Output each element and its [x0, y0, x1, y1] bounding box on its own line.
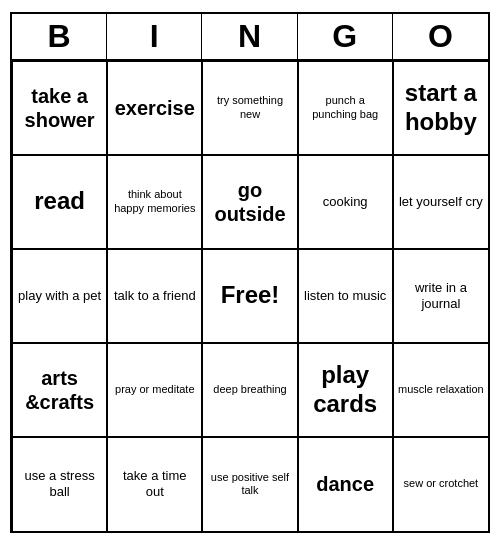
bingo-cell-13: listen to music	[298, 249, 393, 343]
bingo-cell-17: deep breathing	[202, 343, 297, 437]
bingo-grid: take a showerexercisetry something newpu…	[12, 61, 488, 531]
bingo-cell-10: play with a pet	[12, 249, 107, 343]
bingo-cell-19: muscle relaxation	[393, 343, 488, 437]
bingo-cell-3: punch a punching bag	[298, 61, 393, 155]
bingo-cell-11: talk to a friend	[107, 249, 202, 343]
header-letter: G	[298, 14, 393, 59]
header-letter: N	[202, 14, 297, 59]
bingo-cell-5: read	[12, 155, 107, 249]
bingo-cell-12: Free!	[202, 249, 297, 343]
bingo-cell-20: use a stress ball	[12, 437, 107, 531]
bingo-card: BINGO take a showerexercisetry something…	[10, 12, 490, 533]
bingo-cell-21: take a time out	[107, 437, 202, 531]
header-letter: O	[393, 14, 488, 59]
bingo-cell-4: start a hobby	[393, 61, 488, 155]
bingo-cell-15: arts &crafts	[12, 343, 107, 437]
bingo-header: BINGO	[12, 14, 488, 61]
bingo-cell-14: write in a journal	[393, 249, 488, 343]
bingo-cell-22: use positive self talk	[202, 437, 297, 531]
bingo-cell-16: pray or meditate	[107, 343, 202, 437]
bingo-cell-7: go outside	[202, 155, 297, 249]
bingo-cell-8: cooking	[298, 155, 393, 249]
bingo-cell-6: think about happy memories	[107, 155, 202, 249]
bingo-cell-0: take a shower	[12, 61, 107, 155]
bingo-cell-9: let yourself cry	[393, 155, 488, 249]
bingo-cell-1: exercise	[107, 61, 202, 155]
header-letter: I	[107, 14, 202, 59]
bingo-cell-23: dance	[298, 437, 393, 531]
header-letter: B	[12, 14, 107, 59]
bingo-cell-18: play cards	[298, 343, 393, 437]
bingo-cell-24: sew or crotchet	[393, 437, 488, 531]
bingo-cell-2: try something new	[202, 61, 297, 155]
